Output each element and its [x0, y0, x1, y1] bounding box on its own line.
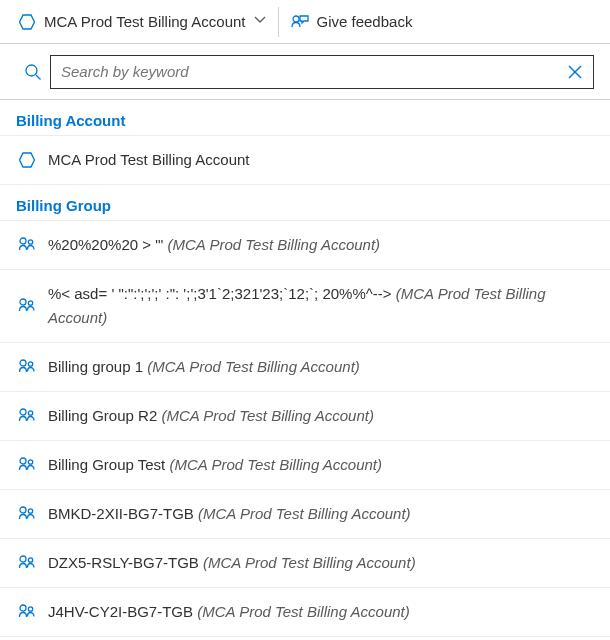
list-item-label: MCA Prod Test Billing Account: [48, 151, 250, 168]
list-item[interactable]: Billing Group Test (MCA Prod Test Billin…: [0, 441, 610, 490]
svg-marker-0: [20, 15, 35, 29]
list-item-context: (MCA Prod Test Billing Account): [161, 407, 374, 424]
list-item[interactable]: Billing Group R2 (MCA Prod Test Billing …: [0, 392, 610, 441]
list-item-label: J4HV-CY2I-BG7-TGB: [48, 603, 197, 620]
list-item-label: BMKD-2XII-BG7-TGB: [48, 505, 198, 522]
svg-point-15: [20, 458, 26, 464]
svg-point-16: [28, 460, 32, 464]
group-icon: [16, 407, 38, 425]
give-feedback-button[interactable]: Give feedback: [281, 0, 423, 43]
list-item-context: (MCA Prod Test Billing Account): [147, 358, 360, 375]
feedback-icon: [291, 13, 309, 31]
search-icon: [16, 63, 50, 81]
scope-dropdown-label: MCA Prod Test Billing Account: [44, 13, 246, 30]
divider: [278, 7, 279, 37]
list-item-label: Billing group 1: [48, 358, 147, 375]
group-icon: [16, 297, 38, 315]
svg-point-17: [20, 507, 26, 513]
group-icon: [16, 236, 38, 254]
svg-point-20: [28, 558, 32, 562]
svg-line-3: [36, 75, 41, 80]
results-panel[interactable]: Billing Account MCA Prod Test Billing Ac…: [0, 100, 610, 640]
scope-dropdown[interactable]: MCA Prod Test Billing Account: [8, 0, 276, 43]
group-icon: [16, 505, 38, 523]
svg-point-14: [28, 411, 32, 415]
list-item-label: DZX5-RSLY-BG7-TGB: [48, 554, 203, 571]
list-item-context: (MCA Prod Test Billing Account): [169, 456, 382, 473]
section-header-billing-account: Billing Account: [0, 100, 610, 136]
list-item[interactable]: %20%20%20 > "' (MCA Prod Test Billing Ac…: [0, 221, 610, 270]
search-input[interactable]: [61, 56, 561, 88]
list-item[interactable]: Billing group 1 (MCA Prod Test Billing A…: [0, 343, 610, 392]
svg-point-18: [28, 509, 32, 513]
list-item-context: (MCA Prod Test Billing Account): [198, 505, 411, 522]
svg-point-21: [20, 605, 26, 611]
clear-search-button[interactable]: [561, 58, 589, 86]
list-item[interactable]: J4HV-CY2I-BG7-TGB (MCA Prod Test Billing…: [0, 588, 610, 637]
svg-point-2: [26, 65, 37, 76]
svg-point-7: [20, 238, 26, 244]
section-header-billing-group: Billing Group: [0, 185, 610, 221]
list-item-label: %20%20%20 > "': [48, 236, 168, 253]
list-item-label: Billing Group R2: [48, 407, 161, 424]
svg-point-1: [293, 16, 299, 22]
give-feedback-label: Give feedback: [317, 13, 413, 30]
list-item-context: (MCA Prod Test Billing Account): [168, 236, 381, 253]
list-item[interactable]: %< asd= ' ":":';';';' :": ';';3'1`2;321'…: [0, 270, 610, 343]
group-icon: [16, 456, 38, 474]
svg-marker-6: [20, 153, 35, 167]
list-item-context: (MCA Prod Test Billing Account): [203, 554, 416, 571]
list-item[interactable]: DZX5-RSLY-BG7-TGB (MCA Prod Test Billing…: [0, 539, 610, 588]
list-item-label: %< asd= ' ":":';';';' :": ';';3'1`2;321'…: [48, 285, 396, 302]
svg-point-12: [28, 362, 32, 366]
list-item[interactable]: BMKD-2XII-BG7-TGB (MCA Prod Test Billing…: [0, 490, 610, 539]
hexagon-icon: [18, 13, 36, 31]
list-item[interactable]: MCA Prod Test Billing Account: [0, 136, 610, 185]
group-icon: [16, 554, 38, 572]
svg-point-9: [20, 299, 26, 305]
svg-point-22: [28, 607, 32, 611]
group-icon: [16, 603, 38, 621]
group-icon: [16, 358, 38, 376]
list-item-label: Billing Group Test: [48, 456, 169, 473]
svg-point-8: [28, 240, 32, 244]
svg-point-10: [28, 301, 32, 305]
svg-point-13: [20, 409, 26, 415]
chevron-down-icon: [254, 14, 266, 29]
list-item-context: (MCA Prod Test Billing Account): [197, 603, 410, 620]
svg-point-19: [20, 556, 26, 562]
svg-point-11: [20, 360, 26, 366]
hexagon-icon: [16, 152, 38, 168]
